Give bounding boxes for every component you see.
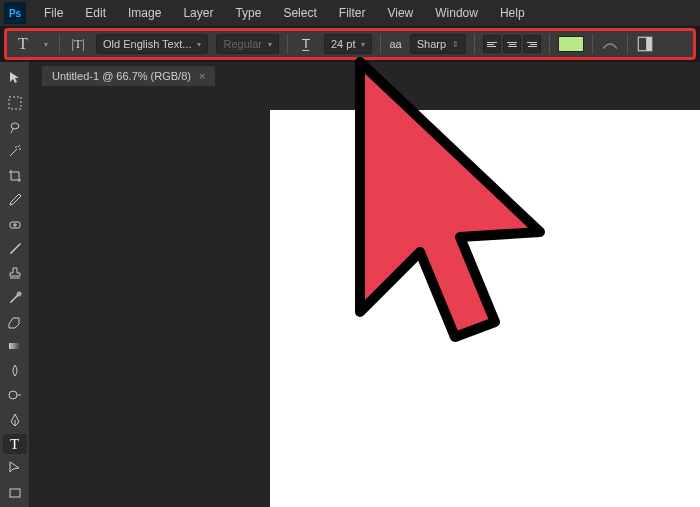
font-size-select[interactable]: 24 pt ▾ bbox=[324, 34, 372, 54]
separator bbox=[627, 34, 628, 54]
antialias-value: Sharp bbox=[417, 38, 446, 50]
antialias-icon: aa bbox=[389, 38, 401, 50]
text-color-swatch[interactable] bbox=[558, 36, 584, 52]
app-logo: Ps bbox=[4, 2, 26, 24]
move-tool[interactable] bbox=[3, 68, 27, 88]
font-size-value: 24 pt bbox=[331, 38, 355, 50]
font-family-select[interactable]: Old English Text... ▾ bbox=[96, 34, 208, 54]
gradient-tool[interactable] bbox=[3, 336, 27, 356]
crop-tool[interactable] bbox=[3, 166, 27, 186]
warp-text-icon[interactable] bbox=[601, 35, 619, 53]
close-icon[interactable]: × bbox=[199, 70, 205, 82]
dodge-tool[interactable] bbox=[3, 385, 27, 405]
character-panel-icon[interactable] bbox=[636, 35, 654, 53]
align-right-button[interactable] bbox=[523, 35, 541, 53]
chevron-down-icon: ▾ bbox=[361, 40, 365, 49]
antialias-select[interactable]: Sharp ⇕ bbox=[410, 34, 466, 54]
marquee-tool[interactable] bbox=[3, 92, 27, 112]
canvas-viewport[interactable] bbox=[30, 90, 700, 507]
eraser-tool[interactable] bbox=[3, 312, 27, 332]
menu-select[interactable]: Select bbox=[273, 2, 326, 24]
history-brush-tool[interactable] bbox=[3, 288, 27, 308]
svg-rect-5 bbox=[9, 343, 21, 349]
align-group bbox=[483, 35, 541, 53]
type-tool-icon: T bbox=[13, 34, 33, 54]
tool-preset-arrow[interactable]: ▾ bbox=[41, 34, 51, 54]
svg-rect-1 bbox=[646, 37, 652, 51]
document-area: Untitled-1 @ 66.7% (RGB/8) × bbox=[30, 62, 700, 507]
pen-tool[interactable] bbox=[3, 409, 27, 429]
align-left-button[interactable] bbox=[483, 35, 501, 53]
svg-rect-2 bbox=[9, 97, 21, 109]
options-bar: T ▾ |T| Old English Text... ▾ Regular ▾ … bbox=[4, 28, 696, 60]
svg-point-6 bbox=[9, 391, 17, 399]
path-tool[interactable] bbox=[3, 458, 27, 478]
tools-toolbar: T bbox=[0, 62, 30, 507]
separator bbox=[592, 34, 593, 54]
blur-tool[interactable] bbox=[3, 361, 27, 381]
separator bbox=[380, 34, 381, 54]
chevron-down-icon: ⇕ bbox=[452, 40, 459, 49]
align-center-button[interactable] bbox=[503, 35, 521, 53]
stamp-tool[interactable] bbox=[3, 263, 27, 283]
menu-image[interactable]: Image bbox=[118, 2, 171, 24]
menu-edit[interactable]: Edit bbox=[75, 2, 116, 24]
menubar: Ps File Edit Image Layer Type Select Fil… bbox=[0, 0, 700, 26]
menu-window[interactable]: Window bbox=[425, 2, 488, 24]
menu-type[interactable]: Type bbox=[225, 2, 271, 24]
font-style-select[interactable]: Regular ▾ bbox=[216, 34, 279, 54]
rectangle-tool[interactable] bbox=[3, 483, 27, 503]
menu-view[interactable]: View bbox=[377, 2, 423, 24]
menu-layer[interactable]: Layer bbox=[173, 2, 223, 24]
separator bbox=[59, 34, 60, 54]
wand-tool[interactable] bbox=[3, 141, 27, 161]
separator bbox=[287, 34, 288, 54]
canvas[interactable] bbox=[270, 110, 700, 507]
menu-file[interactable]: File bbox=[34, 2, 73, 24]
chevron-down-icon: ▾ bbox=[197, 40, 201, 49]
font-family-value: Old English Text... bbox=[103, 38, 191, 50]
font-style-value: Regular bbox=[223, 38, 262, 50]
chevron-down-icon: ▾ bbox=[268, 40, 272, 49]
size-icon: T̲ bbox=[296, 34, 316, 54]
lasso-tool[interactable] bbox=[3, 117, 27, 137]
type-tool[interactable]: T bbox=[3, 434, 27, 454]
document-tab[interactable]: Untitled-1 @ 66.7% (RGB/8) × bbox=[42, 66, 215, 86]
workspace: T Untitled-1 @ 66.7% (RGB/8) × bbox=[0, 62, 700, 507]
orientation-icon[interactable]: |T| bbox=[68, 34, 88, 54]
eyedropper-tool[interactable] bbox=[3, 190, 27, 210]
menu-filter[interactable]: Filter bbox=[329, 2, 376, 24]
tab-title: Untitled-1 @ 66.7% (RGB/8) bbox=[52, 70, 191, 82]
separator bbox=[474, 34, 475, 54]
heal-tool[interactable] bbox=[3, 214, 27, 234]
separator bbox=[549, 34, 550, 54]
brush-tool[interactable] bbox=[3, 239, 27, 259]
svg-rect-7 bbox=[10, 489, 20, 497]
menu-help[interactable]: Help bbox=[490, 2, 535, 24]
